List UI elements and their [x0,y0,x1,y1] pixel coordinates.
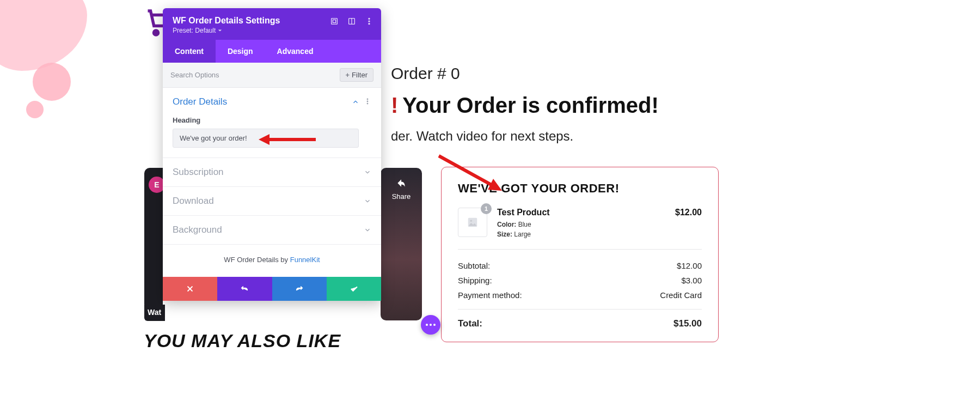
product-color: Color: Blue [497,220,550,229]
panel-header: WF Order Details Settings Preset: Defaul… [163,8,381,40]
shipping-label: Shipping: [458,276,492,285]
cancel-button[interactable] [163,277,217,301]
share-label: Share [381,192,422,201]
section-order-details-header[interactable]: Order Details [163,88,381,116]
payment-label: Payment method: [458,290,522,300]
total-label: Total: [458,318,482,329]
expand-icon[interactable] [330,17,339,26]
qty-badge: 1 [481,203,492,214]
svg-point-8 [369,23,370,25]
filter-button[interactable]: +Filter [340,68,373,82]
chevron-down-icon [364,226,371,234]
section-more-icon[interactable] [364,98,371,107]
svg-marker-15 [259,134,270,145]
svg-point-19 [470,220,472,222]
page-preview: Order # 0 !Your Order is confirmed! der.… [391,64,739,144]
more-icon[interactable] [365,17,373,26]
tab-design[interactable]: Design [216,40,265,63]
heading-field-label: Heading [173,116,371,124]
section-background-header[interactable]: Background [163,216,381,244]
preset-selector[interactable]: Preset: Default [173,27,371,34]
subtotal-value: $12.00 [677,261,702,270]
annotation-arrow-icon [259,133,316,146]
panel-actions [163,277,381,301]
watch-label-fragment: Wat [144,305,165,321]
search-input[interactable]: Search Options [170,71,219,79]
svg-point-10 [367,101,368,102]
shipping-value: $3.00 [681,276,702,285]
funnelkit-link[interactable]: FunnelKit [290,256,320,264]
svg-line-16 [439,156,492,185]
tab-advanced[interactable]: Advanced [265,40,326,63]
decorative-blob [0,0,120,120]
svg-point-9 [367,99,368,100]
svg-point-11 [367,103,368,104]
search-row: Search Options +Filter [163,63,381,88]
product-name: Test Product [497,208,550,217]
product-price: $12.00 [675,208,702,217]
columns-icon[interactable] [347,17,356,26]
svg-point-0 [154,31,158,35]
chevron-down-icon [364,197,371,205]
panel-footer-credit: WF Order Details by FunnelKit [163,245,381,277]
chevron-down-icon [364,168,371,176]
payment-value: Credit Card [660,290,702,300]
redo-button[interactable] [272,277,327,301]
section-download-header[interactable]: Download [163,187,381,215]
order-number: Order # 0 [391,64,739,83]
chevron-up-icon [352,98,359,106]
order-confirmed-heading: !Your Order is confirmed! [391,93,739,118]
you-may-also-like-heading: YOU MAY ALSO LIKE [144,330,341,351]
product-size: Size: Large [497,229,550,239]
panel-tabs: Content Design Advanced [163,40,381,63]
floating-more-button[interactable] [421,315,440,335]
svg-rect-3 [333,20,335,22]
settings-panel: WF Order Details Settings Preset: Defaul… [163,8,381,301]
share-column: Share [381,168,422,320]
share-icon[interactable] [381,178,422,192]
undo-button[interactable] [217,277,272,301]
total-value: $15.00 [673,318,702,329]
save-button[interactable] [327,277,381,301]
svg-point-7 [369,21,370,22]
order-subtext: der. Watch video for next steps. [391,129,739,144]
section-subscription-header[interactable]: Subscription [163,158,381,186]
svg-point-6 [369,18,370,19]
svg-rect-2 [332,19,338,25]
product-row: 1 Test Product Color: Blue Size: Large $… [458,208,702,250]
product-thumbnail: 1 [458,208,487,237]
annotation-arrow-icon [436,153,506,196]
tab-content[interactable]: Content [163,40,216,63]
order-totals: Subtotal:$12.00 Shipping:$3.00 Payment m… [458,250,702,332]
subtotal-label: Subtotal: [458,261,490,270]
